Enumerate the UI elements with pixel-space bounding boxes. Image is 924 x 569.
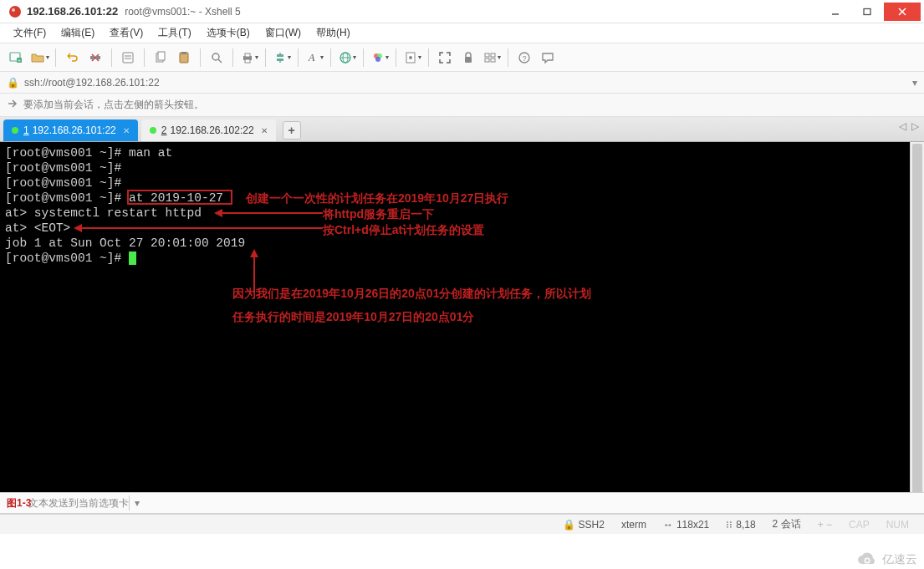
tab-add-button[interactable]: + [283, 121, 301, 140]
inputbar-dropdown-icon[interactable]: ▾ [129, 495, 145, 511]
svg-rect-35 [485, 58, 489, 62]
statusbar: 🔒SSH2 xterm ↔118x21 ⁝⁝8,18 2 会话 + − CAP … [0, 514, 924, 534]
hintbar: 要添加当前会话，点击左侧的箭头按钮。 [0, 94, 924, 117]
terminal-scrollbar[interactable] [910, 142, 924, 492]
window-title: 192.168.26.101:22 [27, 5, 118, 18]
app-icon [8, 5, 22, 18]
tab-label: 192.168.26.102:22 [170, 124, 253, 136]
figure-label: 图1-3 [7, 496, 31, 511]
terminal-line: at> systemctl restart httpd [5, 206, 919, 221]
svg-rect-36 [491, 58, 495, 62]
tab-prev-icon[interactable]: ◁ [899, 120, 906, 132]
globe-button[interactable]: ▾ [336, 47, 358, 69]
svg-line-19 [218, 59, 222, 63]
open-button[interactable]: ▾ [28, 47, 50, 69]
terminal[interactable]: [root@vms001 ~]# man at [root@vms001 ~]#… [0, 142, 924, 492]
svg-point-46 [865, 559, 869, 562]
menu-tools[interactable]: 工具(T) [151, 24, 197, 42]
layout-button[interactable]: ▾ [481, 47, 503, 69]
cloud-icon [855, 552, 879, 567]
svg-rect-33 [485, 53, 489, 57]
minimize-button[interactable] [820, 3, 850, 21]
grid-icon: ⁝⁝ [726, 519, 733, 531]
tab-close-icon[interactable]: ✕ [123, 126, 130, 135]
inputbar-placeholder: 文本发送到当前选项卡 [28, 496, 129, 511]
status-protocol: 🔒SSH2 [563, 519, 605, 531]
status-zoom[interactable]: + − [818, 519, 832, 531]
status-sessions: 2 会话 [773, 517, 801, 531]
copy-button[interactable] [150, 47, 171, 69]
tab-nav: ◁ ▷ [899, 120, 919, 132]
menu-help[interactable]: 帮助(H) [309, 24, 357, 42]
lock-icon: 🔒 [7, 77, 19, 89]
reconnect-button[interactable] [61, 47, 83, 69]
resize-icon: ↔ [663, 519, 673, 531]
addressbar[interactable]: 🔒 ssh://root@192.168.26.101:22 ▾ [0, 72, 924, 94]
addressbar-dropdown-icon[interactable]: ▾ [912, 77, 917, 89]
address-url: ssh://root@192.168.26.101:22 [24, 77, 160, 89]
svg-point-31 [409, 56, 412, 59]
menu-window[interactable]: 窗口(W) [258, 24, 308, 42]
watermark: 亿速云 [855, 552, 917, 567]
menu-view[interactable]: 查看(V) [103, 24, 150, 42]
properties-button[interactable] [117, 47, 139, 69]
status-dot-icon [150, 127, 156, 134]
status-dot-icon [12, 127, 18, 134]
print-button[interactable]: ▾ [238, 47, 260, 69]
svg-point-0 [9, 6, 21, 18]
fullscreen-button[interactable] [434, 47, 456, 69]
status-caps: CAP [849, 519, 870, 531]
hint-text: 要添加当前会话，点击左侧的箭头按钮。 [23, 98, 204, 112]
svg-rect-9 [90, 56, 94, 59]
cursor-icon [129, 251, 136, 265]
svg-text:A: A [308, 52, 315, 64]
paste-button[interactable] [173, 47, 195, 69]
hint-arrow-icon[interactable] [7, 98, 18, 112]
menu-edit[interactable]: 编辑(E) [54, 24, 101, 42]
menu-file[interactable]: 文件(F) [7, 24, 53, 42]
svg-point-18 [212, 53, 219, 60]
menu-tab[interactable]: 选项卡(B) [200, 24, 257, 42]
close-button[interactable] [884, 3, 921, 21]
svg-rect-17 [181, 52, 186, 54]
annotation-text: 因为我们是在2019年10月26日的20点01分创建的计划任务，所以计划 [232, 286, 591, 301]
tabbar: 1 192.168.26.101:22 ✕ 2 192.168.26.102:2… [0, 117, 924, 142]
titlebar: 192.168.26.101:22 root@vms001:~ - Xshell… [0, 0, 924, 23]
feedback-button[interactable] [537, 47, 559, 69]
color-button[interactable]: ▾ [369, 47, 391, 69]
svg-text:?: ? [522, 54, 526, 63]
inputbar[interactable]: 图1-3 文本发送到当前选项卡 ▾ [0, 492, 924, 514]
svg-rect-34 [491, 53, 495, 57]
window-subtitle: root@vms001:~ - Xshell 5 [125, 6, 241, 18]
terminal-line: job 1 at Sun Oct 27 20:01:00 2019 [5, 236, 919, 251]
svg-rect-11 [123, 53, 133, 63]
svg-rect-10 [96, 56, 100, 59]
help-button[interactable]: ? [513, 47, 535, 69]
terminal-line: [root@vms001 ~]# [5, 175, 919, 191]
tab-label: 192.168.26.101:22 [33, 124, 116, 136]
terminal-line: [root@vms001 ~]# [5, 251, 919, 266]
transfer-button[interactable]: ▾ [271, 47, 293, 69]
toolbar: + ▾ ▾ ▾ A▾ ▾ ▾ ▾ ▾ ? [0, 43, 924, 72]
disconnect-button[interactable] [84, 47, 106, 69]
maximize-button[interactable] [852, 3, 882, 21]
svg-rect-22 [245, 59, 250, 63]
watermark-text: 亿速云 [882, 552, 917, 567]
status-terminal-type: xterm [621, 519, 646, 531]
script-button[interactable]: ▾ [401, 47, 423, 69]
svg-text:+: + [18, 58, 21, 63]
font-button[interactable]: A▾ [304, 47, 325, 69]
tab-session-2[interactable]: 2 192.168.26.102:22 ✕ [141, 119, 276, 141]
status-cursor-pos: ⁝⁝8,18 [726, 519, 755, 531]
find-button[interactable] [206, 47, 227, 69]
new-session-button[interactable]: + [5, 47, 27, 69]
status-size: ↔118x21 [663, 519, 709, 531]
terminal-line: at> <EOT> [5, 221, 919, 236]
tab-next-icon[interactable]: ▷ [911, 120, 919, 132]
lock-icon: 🔒 [563, 519, 575, 531]
tab-close-icon[interactable]: ✕ [261, 126, 268, 135]
tab-session-1[interactable]: 1 192.168.26.101:22 ✕ [3, 119, 138, 141]
lock-button[interactable] [457, 47, 479, 69]
svg-rect-32 [465, 57, 472, 63]
terminal-line: [root@vms001 ~]# [5, 160, 919, 175]
